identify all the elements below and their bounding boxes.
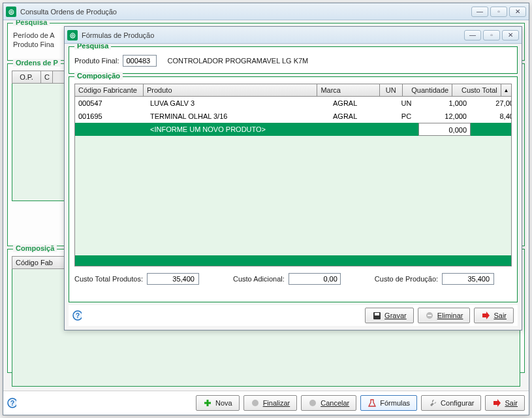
exit-icon [492,398,501,408]
custo-producao-label: Custo de Produção: [375,275,438,283]
cell-codigo: 000547 [75,97,147,110]
main-composicao-legend: Composiçã [13,244,57,252]
produto-final-label-main: Produto Fina [13,40,54,48]
custo-adicional-input[interactable] [289,273,341,285]
eliminar-button[interactable]: Eliminar [418,308,471,323]
sair-label-main: Sair [505,399,518,407]
col-produto[interactable]: Produto [144,84,317,96]
custo-total-produtos-label: Custo Total Produtos: [74,275,143,283]
sair-button[interactable]: Sair [474,308,514,323]
finalizar-label: Finalizar [263,399,290,407]
formulas-button[interactable]: Fórmulas [360,395,417,411]
maximize-button[interactable]: ▫ [483,30,500,40]
app-icon: ◎ [67,30,78,40]
help-icon: ? [72,311,82,320]
col-un[interactable]: UN [380,84,403,96]
plus-icon [203,398,212,408]
svg-point-4 [252,400,258,406]
composicao-group: Composição Código Fabricante Produto Mar… [69,76,518,302]
svg-text:?: ? [76,312,80,319]
formula-window-title: Fórmulas de Produção [82,31,464,39]
stop-icon [251,398,260,408]
configurar-button[interactable]: Configurar [421,395,481,411]
col-qtd[interactable]: Quantidade [403,84,453,96]
svg-rect-10 [375,313,379,315]
configurar-label: Configurar [441,399,474,407]
col-custo[interactable]: Custo Total [452,84,501,96]
cancel-icon [308,398,317,408]
periodo-label: Período de A [13,31,55,39]
custo-producao-value: 35,400 [442,273,494,285]
cell-un: PC [395,110,418,123]
nova-label: Nova [215,399,232,407]
cell-produto[interactable]: <INFORME UM NOVO PRODUTO> [147,123,330,136]
cell-qtd: 1,000 [418,97,471,110]
cell-codigo: 001695 [75,110,147,123]
gravar-label: Gravar [384,312,407,319]
svg-point-5 [309,400,316,406]
help-button-main[interactable]: ? [7,395,16,411]
col-c[interactable]: C [41,71,53,83]
cell-produto: TERMINAL OLHAL 3/16 [147,110,330,123]
cell-un: UN [395,97,418,110]
main-col-codigo[interactable]: Código Fab [12,257,65,268]
table-row-new[interactable]: <INFORME UM NOVO PRODUTO> 0,000 [75,123,511,136]
cell-produto: LUVA GALV 3 [147,97,330,110]
close-button[interactable]: ✕ [509,7,526,17]
gravar-button[interactable]: Gravar [365,308,414,323]
save-icon [372,311,381,320]
table-row[interactable]: 000547 LUVA GALV 3 AGRAL UN 1,000 27,000 [75,97,511,110]
nova-button[interactable]: Nova [196,395,240,411]
formula-window: ◎ Fórmulas de Produção — ▫ ✕ Pesquisa Pr… [64,26,522,330]
cell-custo: 8,400 [471,110,511,123]
formulas-label: Fórmulas [380,399,410,407]
custo-adicional-label: Custo Adicional: [233,275,285,283]
main-window-title: Consulta Ordens de Produção [20,8,471,16]
produto-final-code-input[interactable] [123,55,157,67]
sair-button-main[interactable]: Sair [485,395,525,411]
produto-final-desc: CONTROLADOR PROGRAMAVEL LG K7M [167,57,308,65]
cell-qtd: 12,000 [418,110,471,123]
finalizar-button[interactable]: Finalizar [243,395,298,411]
cell-codigo [75,123,147,136]
cell-marca: AGRAL [330,110,395,123]
composicao-grid: Código Fabricante Produto Marca UN Quant… [74,84,512,266]
cell-marca: AGRAL [330,97,395,110]
cancelar-label: Cancelar [321,399,349,407]
col-marca[interactable]: Marca [317,84,380,96]
minimize-button[interactable]: — [471,7,488,17]
scroll-up-indicator[interactable]: ▲ [501,84,511,96]
cell-custo: 27,000 [471,97,511,110]
cell-marca [330,123,395,136]
custo-total-produtos-value: 35,400 [147,273,199,285]
main-titlebar[interactable]: ◎ Consulta Ordens de Produção — ▫ ✕ [3,3,529,20]
formula-pesquisa-group: Pesquisa Produto Final: CONTROLADOR PROG… [69,46,518,74]
close-button[interactable]: ✕ [502,30,519,40]
help-button[interactable]: ? [72,308,82,323]
formula-titlebar[interactable]: ◎ Fórmulas de Produção — ▫ ✕ [65,27,522,44]
svg-text:?: ? [10,400,14,407]
formula-pesquisa-legend: Pesquisa [74,44,111,50]
cell-qtd-input[interactable]: 0,000 [418,123,471,136]
col-op[interactable]: O.P. [12,71,41,83]
table-row[interactable]: 001695 TERMINAL OLHAL 3/16 AGRAL PC 12,0… [75,110,511,123]
app-icon: ◎ [6,7,16,17]
delete-icon [425,311,434,320]
help-icon: ? [7,398,16,408]
cell-custo [471,123,511,136]
eliminar-label: Eliminar [437,312,463,319]
grid-footer-bar [75,255,511,266]
exit-icon [481,311,490,320]
cell-un [395,123,418,136]
main-pesquisa-legend: Pesquisa [13,20,50,26]
sair-label: Sair [493,312,507,319]
minimize-button[interactable]: — [464,30,481,40]
produto-final-label: Produto Final: [74,57,119,65]
grid-rows: 000547 LUVA GALV 3 AGRAL UN 1,000 27,000… [75,97,511,255]
ordens-legend: Ordens de P [13,59,61,67]
col-codigo[interactable]: Código Fabricante [75,84,144,96]
composicao-legend: Composição [74,72,123,80]
wrench-icon [428,398,437,408]
maximize-button[interactable]: ▫ [490,7,507,17]
cancelar-button[interactable]: Cancelar [301,395,356,411]
